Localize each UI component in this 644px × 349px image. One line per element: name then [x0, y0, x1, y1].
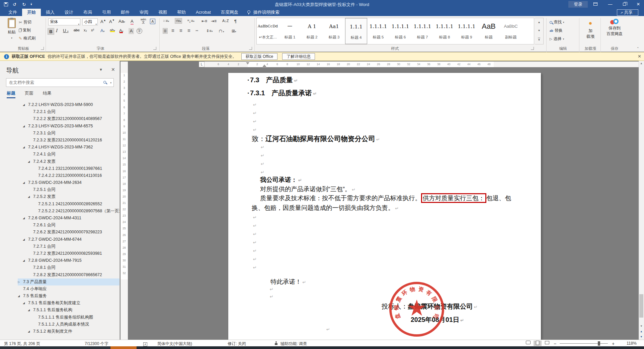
nav-item-collapsed-icon[interactable]: ▷: [18, 278, 23, 285]
tab-12[interactable]: 百度网盘: [216, 9, 243, 16]
tell-me-search[interactable]: 操作说明搜索: [245, 9, 279, 16]
nav-item-expanded-icon[interactable]: ◢: [23, 179, 28, 186]
ruby-button[interactable]: wén文: [141, 18, 146, 24]
tab-10[interactable]: 帮助: [172, 9, 191, 16]
numbering-button[interactable]: ¹²≡▾: [175, 18, 182, 24]
nav-item-25[interactable]: 7.2.8.2 发票24212000000078665672: [28, 271, 120, 278]
enclose-char-button[interactable]: 字: [137, 28, 142, 34]
nav-item-13[interactable]: 7.2.5.1 合同: [28, 186, 120, 193]
nav-item-11[interactable]: 7.2.4.2.2 23212000000014110016: [33, 172, 120, 179]
nav-search-input[interactable]: [8, 79, 99, 86]
distribute-button[interactable]: ⇿: [195, 29, 198, 32]
nav-item-expanded-icon[interactable]: ◢: [28, 328, 33, 335]
style-item-7[interactable]: 1.1.1.1标题 6: [389, 18, 411, 44]
nav-item-expanded-icon[interactable]: ◢: [28, 158, 33, 165]
read-mode-icon[interactable]: [524, 341, 532, 346]
decrease-indent-button[interactable]: ⇤≡: [202, 19, 207, 23]
nav-item-20[interactable]: ◢7.2.7 GWDC-2024-MM-6744: [23, 236, 120, 243]
font-color-button[interactable]: A▾: [119, 28, 123, 33]
signin-button[interactable]: 登录: [568, 1, 588, 8]
scroll-down-icon[interactable]: ▼: [639, 324, 644, 329]
nav-item-8[interactable]: 7.2.4.1 合同: [28, 151, 120, 158]
restore-button[interactable]: [619, 0, 630, 9]
next-page-icon[interactable]: ▼: [639, 334, 644, 340]
tab-3[interactable]: 插入: [41, 9, 60, 16]
collapse-ribbon-icon[interactable]: ⌃: [637, 47, 639, 50]
format-painter-button[interactable]: ✎格式刷: [19, 35, 35, 42]
tab-selector[interactable]: L: [199, 62, 205, 67]
shrink-font-button[interactable]: A▼: [109, 19, 115, 24]
accessibility-status[interactable]: 辅助功能: 调查: [280, 341, 307, 347]
show-marks-button[interactable]: ¶: [234, 19, 237, 24]
shading-button[interactable]: ⛫▾: [219, 29, 224, 33]
nav-item-expanded-icon[interactable]: ◢: [28, 307, 33, 314]
nav-item-30[interactable]: ◢7.5.1.1 售后服务机构: [28, 307, 120, 314]
style-item-1[interactable]: AaBbCcDd↵本文正...: [257, 18, 279, 44]
sort-button[interactable]: A↓Z: [222, 19, 229, 23]
paste-button[interactable]: 粘贴▾: [3, 18, 21, 45]
track-changes-indicator[interactable]: 修订: 关闭: [228, 341, 246, 347]
style-item-11[interactable]: AaB标题: [478, 18, 500, 44]
nav-search-dropdown-icon[interactable]: ▾: [110, 82, 111, 84]
nav-item-33[interactable]: ◢7.5.1.2 相关制度文件: [28, 328, 120, 335]
align-center-button[interactable]: ☰: [171, 29, 174, 32]
style-item-2[interactable]: 一标题 1: [279, 18, 301, 44]
style-item-6[interactable]: 1.1.1.1标题 5: [367, 18, 389, 44]
nav-item-18[interactable]: 7.2.6.1 合同: [28, 222, 120, 229]
zoom-slider[interactable]: [560, 343, 608, 344]
zoom-slider-thumb[interactable]: [598, 341, 600, 346]
bold-button[interactable]: B: [48, 28, 54, 35]
style-item-5[interactable]: 1.1.1标题 4: [345, 18, 367, 44]
multilevel-list-button[interactable]: ᵃ⍮≡▾: [187, 19, 194, 23]
first-line-indent-marker[interactable]: [246, 62, 249, 65]
tab-11[interactable]: Acrobat: [191, 9, 216, 16]
nav-item-9[interactable]: ◢7.2.4.2 发票: [28, 158, 120, 165]
word-count[interactable]: 7/12300 个字: [85, 341, 108, 347]
font-size-combo[interactable]: 小四▾: [82, 18, 98, 25]
align-left-button[interactable]: ☰: [163, 28, 168, 34]
nav-item-12[interactable]: ◢7.2.5 GWDC-2024-MM-2634: [23, 179, 120, 186]
nav-item-23[interactable]: ◢7.2.8 GWDC-2024-MM-7915: [23, 257, 120, 264]
nav-item-expanded-icon[interactable]: ◢: [23, 300, 28, 307]
style-item-4[interactable]: Aa1标题 3: [323, 18, 345, 44]
nav-item-15[interactable]: 7.2.5.2.1 24212000000028926552: [33, 201, 120, 208]
nav-item-expanded-icon[interactable]: ◢: [23, 144, 28, 151]
nav-item-24[interactable]: 7.2.8.1 合同: [28, 264, 120, 271]
nav-item-26[interactable]: ▷7.3 产品质量: [18, 278, 120, 285]
web-layout-icon[interactable]: [543, 341, 551, 346]
nav-item-22[interactable]: 7.2.7.2 发票24212000000082593981: [28, 250, 120, 257]
tab-7[interactable]: 邮件: [116, 9, 135, 16]
nav-item-10[interactable]: 7.2.4.2.1 23212000000013987661: [33, 165, 120, 172]
styles-gallery-arrows[interactable]: ▲▼▼: [535, 18, 544, 44]
char-shading-button[interactable]: A: [129, 28, 134, 34]
language-indicator[interactable]: 简体中文(中国大陆): [157, 341, 192, 347]
style-item-10[interactable]: 1.1.1.1标题 9: [456, 18, 478, 44]
font-dialog-launcher[interactable]: [153, 47, 156, 50]
nav-close-icon[interactable]: ✕: [111, 67, 115, 72]
nav-item-5[interactable]: 7.2.3.1 合同: [28, 130, 120, 137]
nav-tab-2[interactable]: 页面: [25, 90, 33, 96]
nav-item-1[interactable]: ◢7.2.2 LHSY-WZGS-2023-MM-5900: [23, 101, 120, 108]
borders-button[interactable]: ⊞▾: [232, 29, 236, 33]
get-genuine-office-button[interactable]: 获取正版 Office: [241, 53, 277, 60]
find-button[interactable]: 查找▾: [550, 19, 564, 26]
learn-more-button[interactable]: 了解详细信息: [282, 53, 315, 60]
style-item-12[interactable]: AaBbC副标题: [500, 18, 522, 44]
clear-format-button[interactable]: A: [131, 19, 134, 24]
tab-4[interactable]: 设计: [60, 9, 78, 16]
nav-item-6[interactable]: 7.2.3.2 发票23212000000014120216: [28, 137, 120, 144]
replace-button[interactable]: ab替换: [550, 27, 563, 34]
close-button[interactable]: ✕: [633, 0, 644, 9]
clipboard-dialog-launcher[interactable]: [41, 47, 44, 50]
scrollbar-thumb[interactable]: [639, 294, 643, 318]
nav-item-31[interactable]: 7.5.1.1.1 售后服务组织机构图: [33, 314, 120, 321]
ribbon-display-options-icon[interactable]: [590, 0, 601, 9]
nav-item-16[interactable]: 7.2.5.2.2 24212000000028907568（第一页没显示...: [33, 208, 120, 215]
highlight-button[interactable]: ab▾: [110, 28, 115, 32]
zoom-level[interactable]: 118%: [627, 341, 637, 346]
nav-search-icon[interactable]: [103, 81, 106, 84]
copy-button[interactable]: 复制: [19, 27, 31, 34]
nav-item-expanded-icon[interactable]: ◢: [23, 236, 28, 243]
change-case-button[interactable]: Aa▾: [118, 19, 125, 24]
nav-item-28[interactable]: ◢7.5 售后服务: [18, 293, 120, 300]
